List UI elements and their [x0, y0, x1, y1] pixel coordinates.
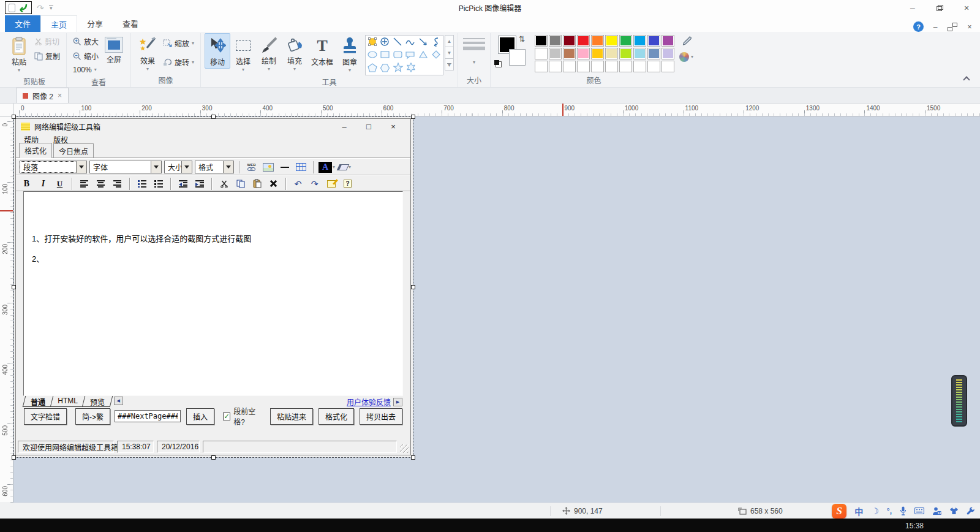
palette-color[interactable] [549, 48, 562, 59]
editor-maximize-button[interactable]: □ [356, 122, 381, 131]
shape-triangle[interactable] [420, 51, 427, 58]
tab-home[interactable]: 主页 [40, 15, 77, 32]
shape-circle-plus[interactable] [381, 38, 388, 45]
tab-file[interactable]: 文件 [5, 15, 40, 32]
palette-color[interactable] [662, 48, 674, 59]
paste-button[interactable] [250, 177, 264, 190]
select-tool-button[interactable]: 选择 ▾ [230, 33, 256, 74]
zoom-level-dropdown[interactable]: 100% ▾ [70, 64, 101, 75]
insert-table-button[interactable] [294, 161, 308, 173]
gallery-up-icon[interactable]: ▲ [445, 35, 454, 47]
palette-color[interactable] [563, 35, 576, 47]
copy-button[interactable]: 复制 [32, 50, 62, 63]
insert-button[interactable]: 插入 [186, 408, 214, 425]
shape-curve[interactable] [406, 41, 414, 45]
line-size-icon[interactable] [463, 38, 485, 50]
palette-color[interactable] [662, 35, 674, 47]
insert-image-button[interactable] [261, 161, 275, 173]
palette-color[interactable] [577, 48, 590, 59]
align-left-button[interactable] [77, 177, 91, 190]
rotate-button[interactable]: 旋转 ▾ [160, 56, 197, 69]
ime-chinese-mode-icon[interactable]: 中 [854, 505, 863, 517]
tab-today-focus[interactable]: 今日焦点 [53, 143, 94, 158]
move-tool-button[interactable]: 移动 [205, 33, 230, 69]
ribbon-close-button[interactable]: × [964, 23, 975, 31]
ime-punctuation-icon[interactable]: °, [887, 507, 892, 515]
undo-button[interactable]: ↶ [291, 177, 305, 190]
shape-gallery[interactable] [365, 35, 443, 75]
delete-button[interactable] [266, 177, 281, 190]
color-wheel-icon[interactable] [679, 52, 689, 62]
resize-grip[interactable] [400, 444, 409, 453]
bold-button[interactable]: B [20, 177, 34, 190]
cut-button[interactable] [217, 177, 231, 190]
palette-color[interactable] [549, 35, 562, 47]
fill-tool-button[interactable]: 填充 ▾ [282, 33, 307, 74]
paste-button[interactable]: 粘贴 ▾ [6, 33, 32, 75]
palette-color[interactable] [535, 35, 548, 47]
palette-color[interactable] [633, 48, 646, 59]
selection-handle[interactable] [411, 115, 415, 119]
view-tab-normal[interactable]: 普通 [23, 396, 54, 407]
close-button[interactable]: × [953, 0, 980, 15]
sogou-logo-icon[interactable]: S [832, 504, 846, 519]
redo-button[interactable]: ↷ [307, 177, 322, 190]
captured-image-selection[interactable]: 网络编辑超级工具箱 – □ × 帮助 版权 格式化 今日焦点 [14, 117, 413, 457]
palette-color[interactable] [662, 61, 674, 72]
palette-color[interactable] [647, 61, 660, 72]
palette-color[interactable] [647, 48, 660, 59]
palette-color[interactable] [549, 61, 562, 72]
palette-color[interactable] [619, 61, 632, 72]
palette-color[interactable] [591, 48, 604, 59]
palette-color[interactable] [647, 35, 660, 47]
gallery-down-icon[interactable]: ▼ [445, 47, 454, 59]
zoom-in-button[interactable]: 放大 [70, 35, 101, 48]
nextpage-input[interactable] [115, 410, 181, 422]
shape-line[interactable] [394, 38, 401, 45]
palette-color[interactable] [633, 61, 646, 72]
combo-arrow-icon[interactable] [181, 161, 192, 173]
ribbon-minimize-button[interactable]: – [930, 23, 941, 31]
palette-color[interactable] [563, 61, 576, 72]
stamp-tool-button[interactable]: 图章 ▾ [337, 33, 363, 75]
edit-source-button[interactable] [324, 177, 338, 190]
fullscreen-button[interactable]: 全屏 [101, 33, 127, 66]
horizontal-rule-button[interactable] [277, 161, 292, 173]
palette-color[interactable] [605, 35, 618, 47]
feedback-link[interactable]: 用户体验反馈 [347, 397, 391, 407]
combo-arrow-icon[interactable] [76, 161, 86, 173]
palette-color[interactable] [577, 61, 590, 72]
shape-speech-bubble[interactable] [406, 52, 414, 58]
shape-rounded-rectangle[interactable] [394, 51, 402, 58]
paragraph-combo[interactable]: 段落 [20, 161, 87, 173]
palette-color[interactable] [605, 61, 618, 72]
view-tab-html[interactable]: HTML [50, 396, 86, 407]
new-image-icon[interactable] [9, 4, 15, 12]
ime-skin-icon[interactable] [949, 507, 959, 515]
combo-arrow-icon[interactable] [151, 161, 161, 173]
shape-s-curve[interactable] [434, 38, 438, 47]
font-color-button[interactable]: A▾ [318, 161, 335, 173]
selection-handle[interactable] [211, 115, 216, 119]
web-link-button[interactable]: WEB [244, 161, 258, 173]
editor-minimize-button[interactable]: – [332, 122, 356, 131]
selection-handle[interactable] [411, 455, 415, 460]
eyedropper-icon[interactable] [682, 36, 692, 46]
textbox-tool-button[interactable]: T 文本框 [307, 33, 337, 69]
align-right-button[interactable] [110, 177, 124, 190]
ordered-list-button[interactable] [135, 177, 149, 190]
zoom-out-button[interactable]: 缩小 [70, 50, 101, 63]
document-tab[interactable]: 图像 2 × [16, 88, 69, 103]
undo-green-icon[interactable] [18, 3, 28, 12]
palette-color[interactable] [605, 48, 618, 59]
selection-handle[interactable] [12, 115, 16, 119]
ime-fullhalf-moon-icon[interactable]: ☽ [871, 506, 879, 516]
foreground-background-selector[interactable]: ⇄ [494, 34, 530, 70]
space-before-checkbox[interactable]: ✓ [223, 412, 230, 420]
shape-filled-square[interactable] [369, 38, 377, 46]
close-tab-icon[interactable]: × [58, 91, 62, 100]
shape-pentagon[interactable] [368, 64, 377, 72]
copy-out-button[interactable]: 拷贝出去 [360, 408, 402, 425]
shape-hexagon[interactable] [381, 64, 390, 72]
copy-button[interactable] [233, 177, 247, 190]
